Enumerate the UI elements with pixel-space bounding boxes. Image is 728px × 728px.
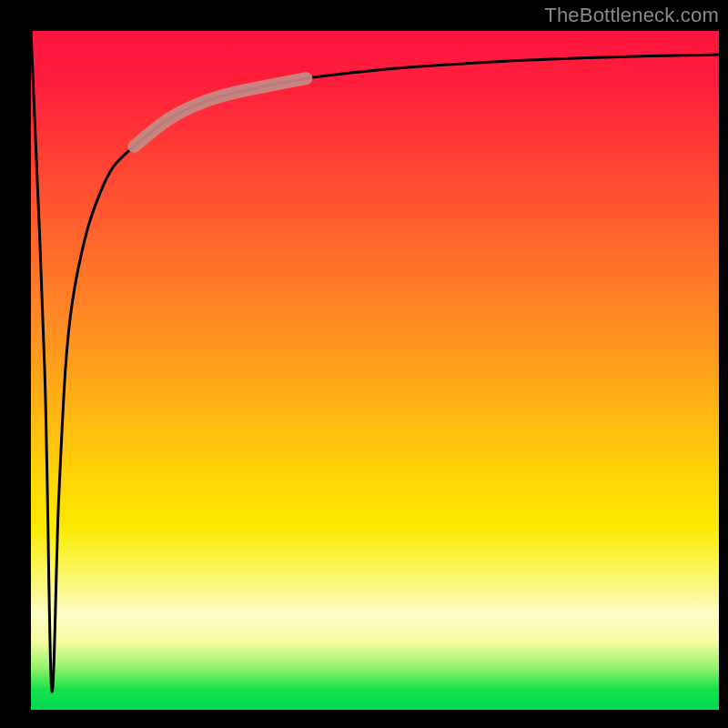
- chart-frame: TheBottleneck.com: [0, 0, 728, 728]
- bottleneck-curve: [31, 31, 719, 692]
- highlight-segment: [134, 78, 306, 147]
- watermark-text: TheBottleneck.com: [544, 4, 719, 27]
- curve-svg: [31, 31, 719, 710]
- plot-area: [31, 31, 719, 710]
